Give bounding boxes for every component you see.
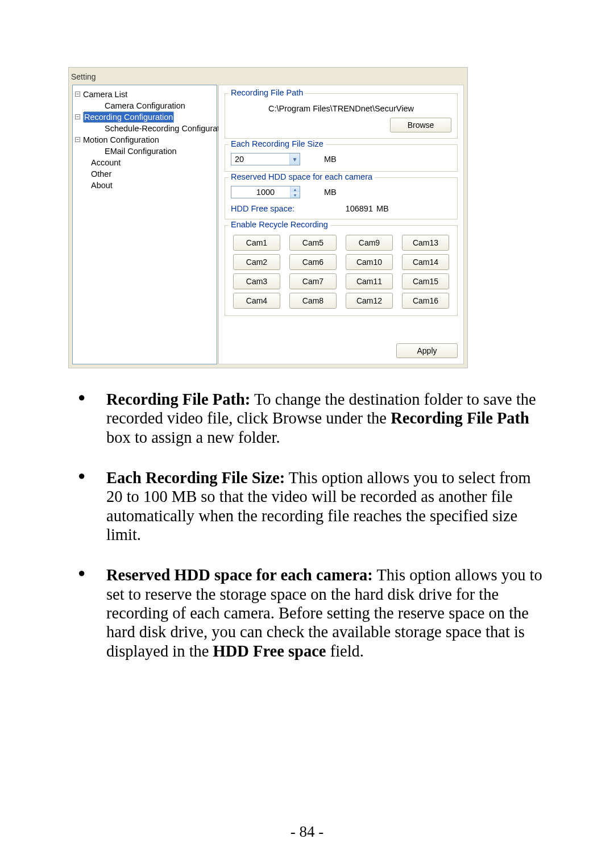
cam-button[interactable]: Cam7 (289, 273, 337, 289)
cam-button[interactable]: Cam2 (233, 254, 280, 270)
settings-tree[interactable]: Camera List Camera Configuration Recordi… (72, 85, 217, 364)
cam-button[interactable]: Cam1 (233, 235, 280, 251)
chevron-down-icon[interactable]: ▼ (289, 153, 300, 165)
tree-collapse-icon[interactable] (75, 137, 80, 142)
group-reserved-hdd: Reserved HDD space for each camera 1000 … (225, 177, 458, 219)
tree-collapse-icon[interactable] (75, 92, 80, 97)
settings-window: Setting Camera List Camera Configuration (68, 67, 468, 368)
reserved-space-unit: MB (324, 188, 337, 197)
group-file-size: Each Recording File Size 20 ▼ MB (225, 144, 458, 172)
tree-motion-configuration[interactable]: Motion Configuration EMail Configuration (75, 134, 214, 157)
reserved-space-value: 1000 (256, 188, 275, 197)
cam-button[interactable]: Cam15 (402, 273, 449, 289)
settings-content: Recording File Path C:\Program Files\TRE… (218, 85, 464, 364)
group-legend: Reserved HDD space for each camera (229, 172, 375, 181)
file-size-combo[interactable]: 20 ▼ (231, 153, 300, 165)
group-legend: Each Recording File Size (229, 139, 326, 148)
tree-other[interactable]: Other (75, 168, 214, 180)
page-number: - 84 - (0, 823, 614, 841)
doc-bullet: Recording File Path: To change the desti… (65, 390, 549, 447)
tree-collapse-icon[interactable] (75, 114, 80, 119)
tree-account[interactable]: Account (75, 157, 214, 168)
cam-button[interactable]: Cam4 (233, 293, 280, 309)
cam-button[interactable]: Cam14 (402, 254, 449, 270)
spinner-up-icon[interactable]: ▲ (290, 186, 300, 192)
window-title: Setting (69, 68, 467, 81)
cam-button[interactable]: Cam10 (346, 254, 393, 270)
cam-button[interactable]: Cam12 (346, 293, 393, 309)
file-size-value: 20 (235, 155, 244, 164)
tree-email-configuration[interactable]: EMail Configuration (83, 146, 214, 157)
hdd-free-label: HDD Free space: (231, 204, 316, 213)
doc-bullet: Reserved HDD space for each camera: This… (65, 566, 549, 661)
group-legend: Enable Recycle Recording (229, 220, 330, 229)
browse-button[interactable]: Browse (390, 118, 451, 132)
tree-schedule-recording[interactable]: Schedule-Recording Configuration (83, 123, 214, 134)
cam-button[interactable]: Cam6 (289, 254, 337, 270)
group-legend: Recording File Path (229, 88, 305, 97)
tree-camera-list[interactable]: Camera List Camera Configuration (75, 89, 214, 111)
cam-button[interactable]: Cam11 (346, 273, 393, 289)
recording-path-value: C:\Program Files\TRENDnet\SecurView (231, 102, 451, 118)
hdd-free-value: 106891 (316, 204, 373, 213)
cam-button[interactable]: Cam16 (402, 293, 449, 309)
doc-bullet: Each Recording File Size: This option al… (65, 468, 549, 544)
cam-button[interactable]: Cam9 (346, 235, 393, 251)
tree-about[interactable]: About (75, 180, 214, 191)
cam-button[interactable]: Cam3 (233, 273, 280, 289)
file-size-unit: MB (324, 155, 337, 164)
reserved-space-spinner[interactable]: 1000 ▲ ▼ (231, 186, 300, 198)
document-body: Recording File Path: To change the desti… (65, 390, 549, 661)
hdd-free-unit: MB (376, 204, 389, 213)
group-recycle-recording: Enable Recycle Recording Cam1Cam5Cam9Cam… (225, 225, 458, 316)
tree-camera-configuration[interactable]: Camera Configuration (83, 100, 214, 111)
apply-button[interactable]: Apply (396, 343, 458, 358)
cam-button[interactable]: Cam13 (402, 235, 449, 251)
spinner-down-icon[interactable]: ▼ (290, 192, 300, 198)
cam-button[interactable]: Cam5 (289, 235, 337, 251)
cam-button[interactable]: Cam8 (289, 293, 337, 309)
group-recording-file-path: Recording File Path C:\Program Files\TRE… (225, 93, 458, 139)
tree-recording-configuration[interactable]: Recording Configuration Schedule-Recordi… (75, 111, 214, 134)
